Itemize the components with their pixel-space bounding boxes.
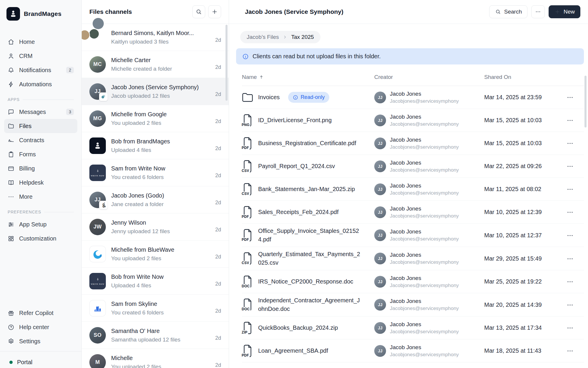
channel-list-item[interactable]: WRITE NOW Bob from Write Now Uploaded 4 … (82, 268, 229, 295)
table-row[interactable]: CSV Payroll_Report_Q1_2024.csv JJ Jacob … (242, 155, 584, 178)
channel-list-item[interactable]: Sam from Skyline You created 6 folders 2… (82, 295, 229, 322)
channel-list-item[interactable]: JW Jenny Wilson Jenny uploaded 12 files … (82, 213, 229, 241)
new-button[interactable]: New (549, 5, 580, 18)
info-icon (242, 53, 249, 60)
ellipsis-icon (567, 255, 573, 262)
file-name: Quarterly_Estimated_Tax_Payments_2025.cs… (258, 250, 362, 267)
row-menu-button[interactable] (567, 347, 584, 354)
column-header-name[interactable]: Name (242, 74, 374, 80)
name-cell: CSV Bank_Statements_Jan-Mar_2025.zip (242, 180, 374, 199)
creator-email: Jacobjones@servicesymphony (390, 121, 459, 127)
channel-list-item[interactable]: SO Samantha O' Hare Samantha uploaded 12… (82, 322, 229, 349)
sidebar-item[interactable]: Refer Copilot (4, 306, 77, 320)
sidebar-item[interactable]: Files (4, 119, 77, 133)
column-header-creator[interactable]: Creator (374, 74, 484, 80)
sidebar-item[interactable]: Contracts (4, 133, 77, 147)
file-type-icon: DOC (242, 298, 253, 311)
creator-cell: JJ Jacob Jones Jacobjones@servicesymphon… (374, 160, 484, 173)
channel-list-item[interactable]: MC Michelle Carter Michelle created a fo… (82, 51, 229, 78)
channel-list-item[interactable]: Bernard Simons, Kaitlyn Moor... Kaitlyn … (82, 24, 229, 51)
divider (23, 100, 74, 100)
sidebar-item[interactable]: Help center (4, 320, 77, 334)
ellipsis-icon (567, 209, 573, 216)
column-header-shared-on[interactable]: Shared On (484, 74, 559, 80)
file-name: IRS_Notice_CP2000_Response.doc (258, 277, 353, 286)
new-button-label: New (564, 9, 575, 15)
channels-scrollbar[interactable] (225, 25, 228, 101)
name-cell: PNG ID_DriverLicense_Front.png (242, 111, 374, 130)
table-row[interactable]: ZIP QuickBooks_Backup_2024.zip JJ Jacob … (242, 316, 584, 339)
sidebar-item[interactable]: Automations (4, 77, 77, 91)
row-menu-button[interactable] (567, 163, 584, 170)
table-row[interactable]: PDF Office_Supply_Invoice_Staples_021524… (242, 224, 584, 247)
creator-email: Jacobjones@servicesymphony (390, 213, 459, 219)
sidebar-item[interactable]: Messages 3 (4, 105, 77, 119)
count-badge: 3 (66, 109, 74, 115)
sidebar-item[interactable]: App Setup (4, 217, 77, 231)
row-menu-button[interactable] (567, 186, 584, 193)
add-channel-button[interactable] (208, 5, 221, 18)
row-menu-button[interactable] (567, 232, 584, 239)
channel-name: Michelle Carter (111, 57, 221, 64)
table-row[interactable]: PDF Sales_Receipts_Feb_2024.pdf JJ Jacob… (242, 201, 584, 224)
table-row[interactable]: DOC Independent_Contractor_Agreement_Joh… (242, 293, 584, 316)
sidebar-item[interactable]: Helpdesk (4, 175, 77, 190)
creator-cell: JJ Jacob Jones Jacobjones@servicesymphon… (374, 275, 484, 289)
channel-text: Michelle You uploaded 2 files (111, 355, 221, 368)
row-menu-button[interactable] (567, 324, 584, 331)
sidebar-item[interactable]: Customization (4, 231, 77, 246)
row-menu-button[interactable] (567, 301, 584, 308)
channel-list-item[interactable]: MG Michelle from Google You uploaded 2 f… (82, 105, 229, 132)
row-menu-button[interactable] (567, 117, 584, 124)
row-menu-button[interactable] (567, 209, 584, 216)
portal-switcher[interactable]: Portal (0, 351, 81, 368)
channel-list-item[interactable]: JJ Jacob Jones (Service Symphony) Jacob … (82, 78, 229, 105)
breadcrumb-current: Tax 2025 (291, 34, 314, 40)
sidebar-item-label: Messages (19, 109, 46, 115)
row-menu-button[interactable] (567, 255, 584, 262)
sidebar-item[interactable]: Home (4, 35, 77, 49)
sidebar-item-label: Help center (19, 324, 49, 331)
channel-list-item[interactable]: M Michelle You uploaded 2 files 2d (82, 349, 229, 368)
channel-list-item[interactable]: Bob from BrandMages Uploaded 4 files 2d (82, 132, 229, 159)
channel-list-item[interactable]: WRITE NOW Sam from Write Now You created… (82, 159, 229, 186)
info-banner-text: Clients can read but not upload files in… (253, 53, 381, 60)
table-row[interactable]: DOC IRS_Notice_CP2000_Response.doc JJ Ja… (242, 270, 584, 293)
file-name: Office_Supply_Invoice_Staples_021524.pdf (258, 227, 362, 244)
creator-cell: JJ Jacob Jones Jacobjones@servicesymphon… (374, 298, 484, 311)
channel-list-item[interactable]: JJgo. Jacob Jones (Godo) Jane created a … (82, 186, 229, 213)
table-row[interactable]: CSV Bank_Statements_Jan-Mar_2025.zip JJ … (242, 178, 584, 201)
row-menu-button[interactable] (567, 140, 584, 147)
channel-search-button[interactable] (192, 5, 205, 18)
more-options-button[interactable] (531, 5, 545, 18)
search-button[interactable]: Search (489, 5, 527, 18)
channels-panel: Files channels Bernard Simons, Kaitlyn M… (82, 0, 229, 368)
channel-list-item[interactable]: Michelle from BlueWave You uploaded 2 fi… (82, 241, 229, 268)
sidebar-item[interactable]: Forms (4, 147, 77, 161)
row-menu-button[interactable] (567, 278, 584, 285)
table-row[interactable]: Invoices Read-only JJ Jacob Jo (242, 86, 584, 109)
sidebar-item[interactable]: More (4, 190, 77, 204)
file-type-icon: PDF (242, 228, 253, 242)
breadcrumb-root[interactable]: Jacob’s Files (247, 34, 279, 40)
row-menu-button[interactable] (567, 94, 584, 101)
sidebar-item-label: Contracts (19, 137, 44, 144)
table-row[interactable]: PDF Business_Registration_Certificate.pd… (242, 132, 584, 155)
name-cell: DOC IRS_Notice_CP2000_Response.doc (242, 272, 374, 291)
table-row[interactable]: PDF Loan_Agreement_SBA.pdf JJ Jacob Jone… (242, 339, 584, 362)
table-row[interactable]: CSV Quarterly_Estimated_Tax_Payments_202… (242, 247, 584, 270)
sidebar-item[interactable]: CRM (4, 49, 77, 63)
sidebar-item[interactable]: Settings (4, 334, 77, 348)
sidebar-item[interactable]: Billing (4, 161, 77, 175)
file-name: Bank_Statements_Jan-Mar_2025.zip (258, 185, 355, 193)
creator-cell: JJ Jacob Jones Jacobjones@servicesymphon… (374, 321, 484, 335)
channel-text: Jenny Wilson Jenny uploaded 12 files (111, 219, 221, 235)
main-scrollbar[interactable] (584, 76, 587, 127)
creator-avatar: JJ (374, 253, 386, 264)
name-cell: Invoices Read-only (242, 88, 374, 107)
sidebar-item-label: Helpdesk (19, 179, 44, 186)
sidebar-item[interactable]: Notifications 2 (4, 63, 77, 77)
table-row[interactable]: PNG ID_DriverLicense_Front.png JJ Jacob … (242, 109, 584, 132)
search-icon (495, 9, 502, 15)
sidebar-item-icon (8, 123, 14, 130)
